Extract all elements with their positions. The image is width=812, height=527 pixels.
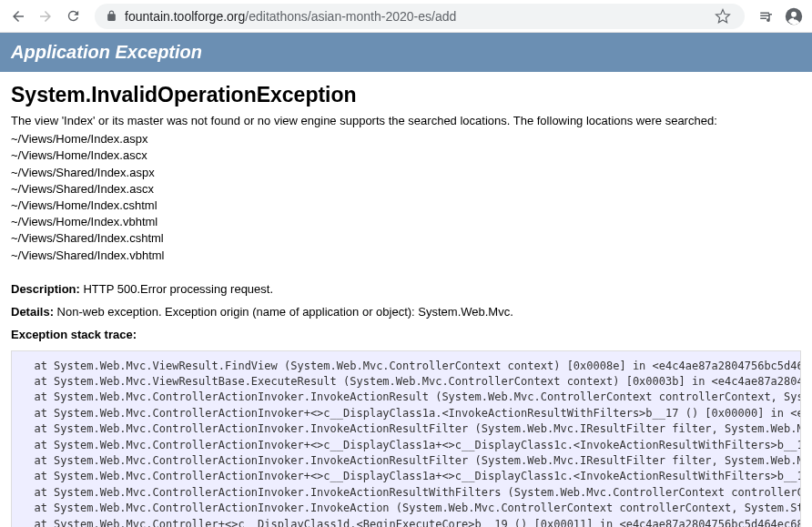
forward-button[interactable] xyxy=(35,5,56,27)
url-text: fountain.toolforge.org/editathons/asian-… xyxy=(125,9,705,24)
banner-title: Application Exception xyxy=(11,42,801,63)
stack-trace: at System.Web.Mvc.ViewResult.FindView (S… xyxy=(11,350,801,527)
browser-toolbar: fountain.toolforge.org/editathons/asian-… xyxy=(0,0,812,33)
reload-icon xyxy=(66,8,81,24)
star-icon[interactable] xyxy=(712,5,734,27)
description-value: HTTP 500.Error processing request. xyxy=(83,282,273,296)
profile-icon[interactable] xyxy=(783,5,805,27)
back-button[interactable] xyxy=(7,5,29,27)
reload-button[interactable] xyxy=(62,5,84,27)
details-field: Details: Non-web exception. Exception or… xyxy=(11,305,801,319)
url-host: fountain.toolforge.org xyxy=(125,9,245,24)
details-value: Non-web exception. Exception origin (nam… xyxy=(57,305,513,319)
searched-paths: ~/Views/Home/Index.aspx ~/Views/Home/Ind… xyxy=(11,131,801,264)
arrow-right-icon xyxy=(37,8,54,25)
error-content: System.InvalidOperationException The vie… xyxy=(0,72,812,527)
description-field: Description: HTTP 500.Error processing r… xyxy=(11,282,801,296)
details-label: Details: xyxy=(11,305,54,319)
error-banner: Application Exception xyxy=(0,33,812,72)
stack-label-field: Exception stack trace: xyxy=(11,328,801,341)
lock-icon xyxy=(106,10,117,22)
svg-point-1 xyxy=(791,11,797,16)
description-label: Description: xyxy=(11,282,80,296)
stack-label: Exception stack trace: xyxy=(11,328,137,341)
arrow-left-icon xyxy=(10,8,26,25)
url-path: /editathons/asian-month-2020-es/add xyxy=(245,9,456,24)
address-bar[interactable]: fountain.toolforge.org/editathons/asian-… xyxy=(95,4,745,29)
exception-message: The view 'Index' or its master was not f… xyxy=(11,113,801,129)
exception-title: System.InvalidOperationException xyxy=(11,83,801,107)
music-queue-icon[interactable] xyxy=(756,5,777,27)
